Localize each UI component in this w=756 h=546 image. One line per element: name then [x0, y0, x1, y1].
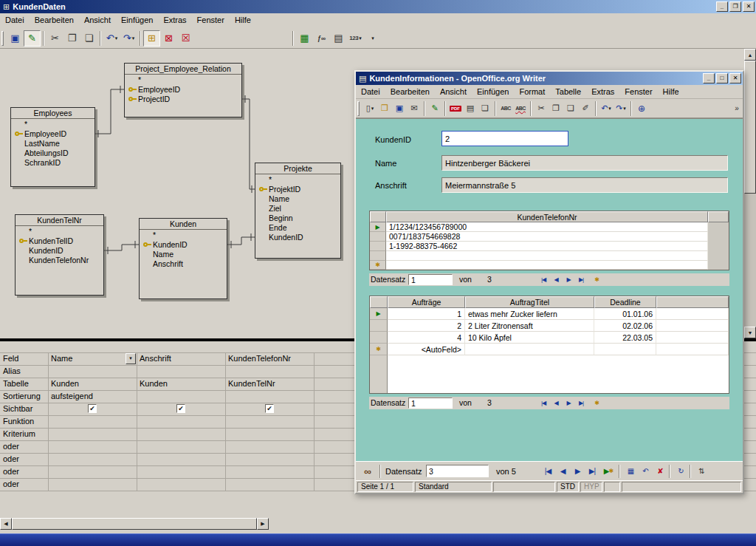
- add-table-button[interactable]: ⊞: [143, 30, 160, 47]
- toolbar-grip[interactable]: [1, 31, 4, 46]
- feld-cell[interactable]: KundenTelefonNr: [228, 354, 291, 363]
- deadline-cell[interactable]: 01.01.06: [594, 308, 656, 320]
- deadline-cell[interactable]: 22.03.05: [594, 332, 656, 344]
- next-record-button[interactable]: ▶: [570, 465, 585, 477]
- diagram-table-projekte[interactable]: Projekte * ProjektID Name Ziel Beginn En…: [255, 163, 341, 259]
- field-row[interactable]: LastName: [11, 138, 94, 148]
- previous-record-button[interactable]: ◀: [550, 274, 562, 284]
- delete-record-button[interactable]: ✘: [653, 465, 667, 477]
- first-record-button[interactable]: |◀: [537, 274, 549, 284]
- open-button[interactable]: ❒: [377, 100, 392, 117]
- menu-bearbeiten[interactable]: Bearbeiten: [30, 13, 79, 28]
- first-record-button[interactable]: |◀: [540, 465, 555, 477]
- hscroll-thumb[interactable]: [12, 518, 257, 530]
- feld-cell[interactable]: Anschrift: [140, 354, 171, 363]
- cut-button[interactable]: ✂: [534, 100, 549, 117]
- save-button[interactable]: ▣: [392, 100, 407, 117]
- new-record-button[interactable]: ✱: [591, 274, 602, 284]
- sichtbar-checkbox[interactable]: ✔: [265, 404, 274, 413]
- remove-selection-button[interactable]: ⊠: [160, 30, 177, 47]
- close-button[interactable]: ✕: [743, 1, 755, 12]
- save-record-button[interactable]: ▦: [623, 465, 638, 477]
- auftragtitel-cell[interactable]: [465, 344, 594, 355]
- spellcheck-button[interactable]: ABC: [498, 100, 513, 117]
- cut-button[interactable]: ✂: [47, 30, 63, 47]
- phone-column-header[interactable]: KundenTelefonNr: [386, 211, 708, 222]
- previous-record-button[interactable]: ◀: [550, 397, 562, 408]
- print-button[interactable]: ▤: [463, 100, 478, 117]
- row-selector[interactable]: [370, 242, 386, 251]
- menu-ansicht[interactable]: Ansicht: [435, 85, 472, 98]
- kundenid-input[interactable]: [441, 131, 568, 146]
- scroll-left-button[interactable]: ◀: [0, 518, 12, 530]
- insert-table-button[interactable]: ▦: [296, 30, 313, 47]
- previous-record-button[interactable]: ◀: [555, 465, 570, 477]
- phone-grid-corner[interactable]: [370, 211, 386, 222]
- field-combo-button[interactable]: ▼: [126, 353, 136, 364]
- field-row[interactable]: *: [11, 119, 94, 129]
- page-preview-button[interactable]: ❏: [478, 100, 492, 117]
- diagram-vscrollbar[interactable]: ▲ ▼: [744, 49, 756, 338]
- record-number-input[interactable]: [426, 465, 489, 477]
- status-hyperlink-mode[interactable]: HYP: [580, 482, 602, 492]
- maximize-button[interactable]: □: [716, 73, 728, 83]
- row-selector[interactable]: [370, 332, 388, 344]
- minimize-button[interactable]: _: [703, 73, 715, 83]
- tabelle-cell[interactable]: Kunden: [140, 379, 168, 388]
- email-button[interactable]: ✉: [407, 100, 422, 117]
- undo-button[interactable]: ↶▾: [103, 30, 120, 47]
- field-row[interactable]: KundenID: [16, 245, 103, 255]
- phone-cell[interactable]: 1-1992-88375-4662: [386, 242, 708, 251]
- sort-button[interactable]: ⇅: [694, 465, 709, 477]
- toolbar-grip[interactable]: [357, 101, 360, 116]
- auftragtitel-cell[interactable]: 10 Kilo Äpfel: [465, 332, 594, 344]
- deadline-cell[interactable]: [594, 344, 656, 355]
- phone-cell[interactable]: 1/1234/123456789000: [386, 222, 708, 232]
- auto-spellcheck-button[interactable]: ABC: [513, 100, 528, 117]
- field-row[interactable]: KundenID: [255, 232, 340, 242]
- tabelle-cell[interactable]: Kunden: [51, 379, 79, 388]
- field-row[interactable]: Ende: [255, 222, 340, 232]
- first-record-button[interactable]: |◀: [537, 397, 549, 408]
- writer-titlebar[interactable]: ▤ KundenInformationen - OpenOffice.org W…: [356, 72, 743, 85]
- tabelle-cell[interactable]: KundenTelNr: [228, 379, 275, 388]
- menu-fenster[interactable]: Fenster: [619, 85, 657, 98]
- sichtbar-checkbox[interactable]: ✔: [176, 404, 185, 413]
- new-record-button[interactable]: ✱: [591, 397, 602, 408]
- field-row[interactable]: Anschrift: [140, 259, 227, 268]
- clear-query-button[interactable]: ☒: [177, 30, 194, 47]
- table-name-button[interactable]: ▤: [330, 30, 347, 47]
- distinct-values-button[interactable]: 123▾: [347, 30, 364, 47]
- next-record-button[interactable]: ▶: [563, 397, 574, 408]
- undo-button[interactable]: ↶▾: [599, 100, 614, 117]
- menu-fenster[interactable]: Fenster: [192, 13, 230, 28]
- field-row[interactable]: Name: [140, 249, 227, 259]
- record-number-input[interactable]: [408, 274, 453, 285]
- anschrift-input[interactable]: [441, 177, 728, 193]
- toolbar-more-button[interactable]: ▾: [364, 30, 381, 47]
- next-record-button[interactable]: ▶: [563, 274, 574, 284]
- menu-datei[interactable]: Datei: [356, 85, 385, 98]
- field-row[interactable]: AbteilungsID: [11, 148, 94, 157]
- row-selector[interactable]: ▶: [370, 308, 388, 320]
- scroll-up-button[interactable]: ▲: [744, 49, 756, 61]
- menu-einfuegen[interactable]: Einfügen: [116, 13, 158, 28]
- new-document-button[interactable]: ▯▾: [362, 100, 377, 117]
- edit-file-button[interactable]: ✎: [427, 100, 442, 117]
- field-row[interactable]: SchrankID: [11, 157, 94, 167]
- redo-button[interactable]: ↷▾: [120, 30, 137, 47]
- hyperlink-button[interactable]: ⊕: [634, 100, 649, 117]
- save-button[interactable]: ▣: [7, 30, 24, 47]
- format-paintbrush-button[interactable]: ✐: [578, 100, 593, 117]
- deadline-column-header[interactable]: Deadline: [594, 296, 656, 308]
- auftraege-cell[interactable]: 1: [388, 308, 465, 320]
- auftraege-column-header[interactable]: Aufträge: [388, 296, 465, 308]
- field-row[interactable]: Ziel: [255, 203, 340, 213]
- row-selector[interactable]: [370, 320, 388, 332]
- new-record-button[interactable]: ▶✱: [601, 465, 616, 477]
- field-row[interactable]: Name: [255, 194, 340, 203]
- field-row[interactable]: ProjektID: [255, 184, 340, 194]
- menu-datei[interactable]: Datei: [0, 13, 30, 28]
- field-row[interactable]: *: [16, 226, 103, 236]
- auftraege-cell[interactable]: 4: [388, 332, 465, 344]
